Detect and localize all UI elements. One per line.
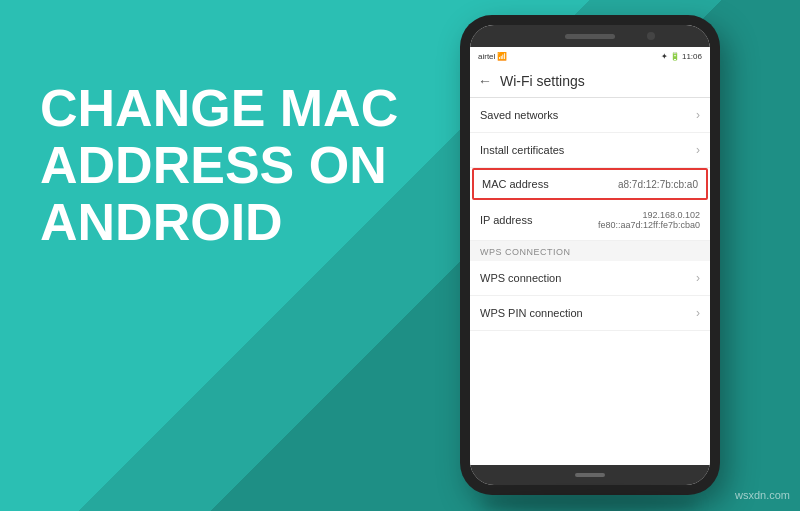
saved-networks-label: Saved networks <box>480 109 558 121</box>
wps-section-label: WPS CONNECTION <box>480 247 571 257</box>
bluetooth-icon: ✦ <box>661 52 668 61</box>
install-certs-label: Install certificates <box>480 144 564 156</box>
watermark: wsxdn.com <box>735 489 790 501</box>
back-arrow-icon[interactable]: ← <box>478 73 492 89</box>
wps-section-header: WPS CONNECTION <box>470 241 710 261</box>
mac-address-value: a8:7d:12:7b:cb:a0 <box>618 179 698 190</box>
status-bar: airtel 📶 ✦ 🔋 11:06 <box>470 47 710 65</box>
settings-list: Saved networks › Install certificates › … <box>470 98 710 465</box>
home-button[interactable] <box>575 473 605 477</box>
ip-address-value: 192.168.0.102fe80::aa7d:12ff:fe7b:cba0 <box>598 210 700 230</box>
ip-address-label: IP address <box>480 214 532 226</box>
phone-bottom-bar <box>470 465 710 485</box>
wps-pin-chevron: › <box>696 306 700 320</box>
heading-line1: CHANGE MAC <box>40 80 398 137</box>
phone-speaker <box>565 34 615 39</box>
phone-wrapper: airtel 📶 ✦ 🔋 11:06 ← Wi-Fi settings Save… <box>460 15 720 495</box>
settings-item-wps-pin[interactable]: WPS PIN connection › <box>470 296 710 331</box>
phone-screen: airtel 📶 ✦ 🔋 11:06 ← Wi-Fi settings Save… <box>470 25 710 485</box>
settings-item-mac-address[interactable]: MAC address a8:7d:12:7b:cb:a0 <box>472 168 708 200</box>
time-display: 11:06 <box>682 52 702 61</box>
phone-camera <box>647 32 655 40</box>
heading-line2: ADDRESS ON <box>40 137 398 194</box>
settings-item-install-certs[interactable]: Install certificates › <box>470 133 710 168</box>
settings-item-wps-connection[interactable]: WPS connection › <box>470 261 710 296</box>
app-title: Wi-Fi settings <box>500 73 585 89</box>
status-left: airtel 📶 <box>478 52 507 61</box>
phone: airtel 📶 ✦ 🔋 11:06 ← Wi-Fi settings Save… <box>460 15 720 495</box>
heading-line3: ANDROID <box>40 194 398 251</box>
install-certs-chevron: › <box>696 143 700 157</box>
phone-top-bar <box>470 25 710 47</box>
wps-pin-label: WPS PIN connection <box>480 307 583 319</box>
status-right: ✦ 🔋 11:06 <box>661 52 702 61</box>
wps-connection-label: WPS connection <box>480 272 561 284</box>
signal-icon: 📶 <box>497 52 507 61</box>
carrier-text: airtel <box>478 52 495 61</box>
settings-item-saved-networks[interactable]: Saved networks › <box>470 98 710 133</box>
settings-item-ip-address: IP address 192.168.0.102fe80::aa7d:12ff:… <box>470 200 710 241</box>
saved-networks-chevron: › <box>696 108 700 122</box>
main-heading: CHANGE MAC ADDRESS ON ANDROID <box>40 80 398 252</box>
battery-icon: 🔋 <box>670 52 680 61</box>
mac-address-label: MAC address <box>482 178 549 190</box>
app-header: ← Wi-Fi settings <box>470 65 710 98</box>
wps-connection-chevron: › <box>696 271 700 285</box>
